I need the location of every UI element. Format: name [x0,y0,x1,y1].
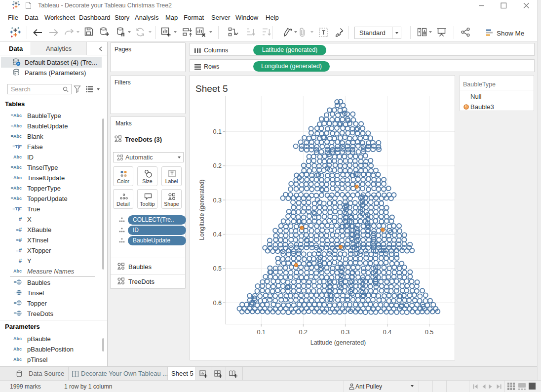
svg-text:Latitude (generated): Latitude (generated) [310,339,366,346]
svg-text:0.4: 0.4 [383,329,391,336]
svg-text:0.1: 0.1 [257,329,266,336]
svg-text:0.5: 0.5 [213,265,222,272]
svg-text:0.1: 0.1 [213,128,222,135]
svg-text:0.4: 0.4 [213,231,222,238]
svg-text:0.2: 0.2 [299,329,308,336]
svg-text:0.3: 0.3 [213,197,222,204]
svg-text:0.5: 0.5 [425,329,433,336]
svg-text:Longitude (generated): Longitude (generated) [198,179,205,240]
svg-text:0.3: 0.3 [341,329,349,336]
svg-text:0.2: 0.2 [213,162,222,169]
svg-text:0.6: 0.6 [213,300,222,307]
